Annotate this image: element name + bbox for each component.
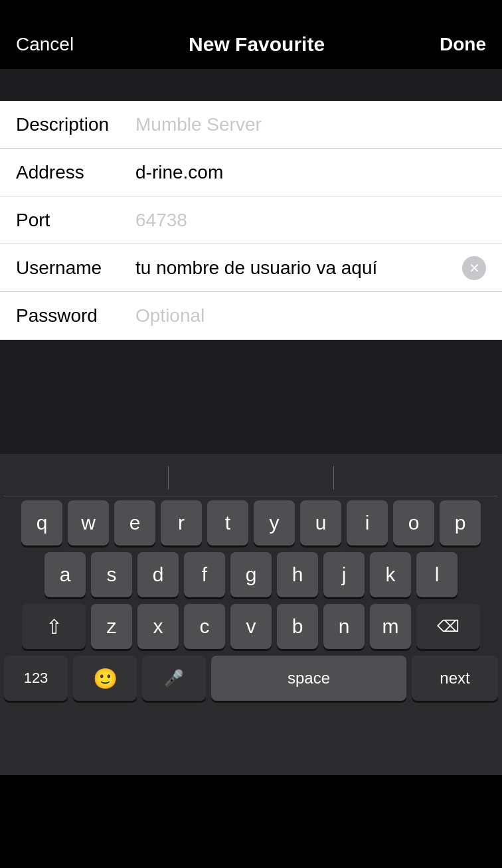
key-i[interactable]: i bbox=[347, 500, 388, 545]
keyboard-row-2: a s d f g h j k l bbox=[4, 552, 498, 597]
password-label: Password bbox=[16, 305, 135, 326]
username-input[interactable] bbox=[135, 257, 462, 279]
cancel-button[interactable]: Cancel bbox=[16, 34, 74, 55]
password-input[interactable] bbox=[135, 305, 486, 326]
key-j[interactable]: j bbox=[323, 552, 365, 597]
key-b[interactable]: b bbox=[277, 604, 318, 649]
key-e[interactable]: e bbox=[114, 500, 155, 545]
username-label: Username bbox=[16, 257, 135, 279]
address-label: Address bbox=[16, 162, 135, 183]
key-z[interactable]: z bbox=[91, 604, 132, 649]
navigation-bar: Cancel New Favourite Done bbox=[0, 0, 502, 69]
key-a[interactable]: a bbox=[44, 552, 86, 597]
shift-key[interactable]: ⇧ bbox=[22, 604, 86, 649]
address-row: Address bbox=[0, 149, 502, 196]
key-h[interactable]: h bbox=[277, 552, 318, 597]
key-o[interactable]: o bbox=[393, 500, 434, 545]
next-key[interactable]: next bbox=[412, 656, 498, 701]
suggestion-divider-2 bbox=[333, 466, 334, 490]
port-label: Port bbox=[16, 210, 135, 231]
clear-username-button[interactable]: ✕ bbox=[462, 256, 486, 280]
key-m[interactable]: m bbox=[370, 604, 411, 649]
below-form-spacer bbox=[0, 340, 502, 454]
description-row: Description bbox=[0, 101, 502, 149]
port-row: Port bbox=[0, 196, 502, 244]
key-r[interactable]: r bbox=[161, 500, 202, 545]
key-u[interactable]: u bbox=[300, 500, 341, 545]
keyboard-suggestions bbox=[4, 459, 498, 496]
keyboard-row-4: 123 🙂 🎤 space next bbox=[4, 656, 498, 701]
space-key[interactable]: space bbox=[211, 656, 406, 701]
page-title: New Favourite bbox=[189, 33, 325, 56]
key-g[interactable]: g bbox=[230, 552, 272, 597]
key-t[interactable]: t bbox=[207, 500, 248, 545]
key-n[interactable]: n bbox=[323, 604, 365, 649]
emoji-key[interactable]: 🙂 bbox=[73, 656, 137, 701]
port-input[interactable] bbox=[135, 210, 486, 231]
key-p[interactable]: p bbox=[440, 500, 481, 545]
key-d[interactable]: d bbox=[137, 552, 179, 597]
delete-key[interactable]: ⌫ bbox=[416, 604, 480, 649]
done-button[interactable]: Done bbox=[440, 34, 486, 55]
key-y[interactable]: y bbox=[254, 500, 295, 545]
description-input[interactable] bbox=[135, 114, 486, 135]
key-c[interactable]: c bbox=[184, 604, 225, 649]
key-w[interactable]: w bbox=[68, 500, 109, 545]
password-row: Password bbox=[0, 292, 502, 340]
key-x[interactable]: x bbox=[137, 604, 179, 649]
address-input[interactable] bbox=[135, 162, 486, 183]
key-l[interactable]: l bbox=[416, 552, 458, 597]
suggestion-divider-1 bbox=[168, 466, 169, 490]
keyboard-row-1: q w e r t y u i o p bbox=[4, 500, 498, 545]
key-v[interactable]: v bbox=[230, 604, 272, 649]
key-f[interactable]: f bbox=[184, 552, 225, 597]
key-k[interactable]: k bbox=[370, 552, 411, 597]
username-row: Username ✕ bbox=[0, 244, 502, 292]
key-s[interactable]: s bbox=[91, 552, 132, 597]
top-spacer bbox=[0, 69, 502, 101]
numbers-key[interactable]: 123 bbox=[4, 656, 68, 701]
description-label: Description bbox=[16, 114, 135, 135]
form-section: Description Address Port Username ✕ Pass… bbox=[0, 101, 502, 340]
key-q[interactable]: q bbox=[21, 500, 62, 545]
mic-key[interactable]: 🎤 bbox=[142, 656, 206, 701]
keyboard-row-3: ⇧ z x c v b n m ⌫ bbox=[4, 604, 498, 649]
keyboard: q w e r t y u i o p a s d f g h j k l ⇧ … bbox=[0, 454, 502, 775]
